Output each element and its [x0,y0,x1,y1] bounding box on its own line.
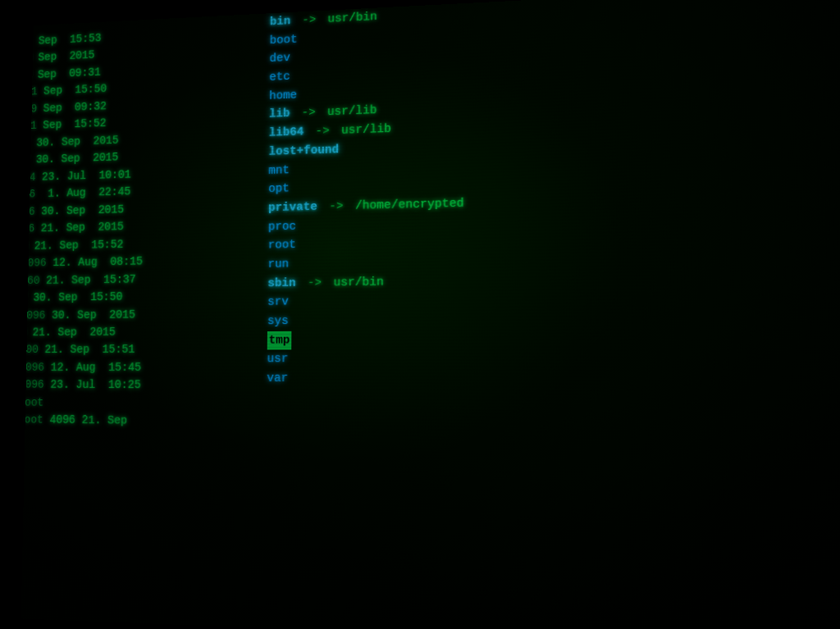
file-num: root [21,394,44,412]
list-item: usr [267,349,840,369]
list-item: sys [267,307,840,330]
dir-name: etc [269,68,290,88]
dir-name: mnt [268,161,290,180]
list-item: 7 30. Sep 15:50 [21,286,260,307]
dir-name: boot [270,30,298,50]
dir-name: lost+found [269,140,340,162]
dir-name: root [268,236,296,256]
link-target: usr/lib [327,102,377,122]
dir-name: home [269,86,297,106]
list-item: root 4096 21. Sep [21,411,259,431]
dir-name: var [267,369,288,388]
link-target: /home/encrypted [355,194,464,216]
list-item: 0 21. Sep 2015 [21,322,260,341]
dir-name: sys [267,312,289,330]
dir-name: private [268,198,317,217]
list-item: root [21,394,259,412]
dir-name: lib64 [269,123,304,143]
left-column: Sep 15:53 0 Sep 2015 9 Sep 09:31 21 Sep … [21,14,262,629]
file-num: 0 [21,324,26,341]
file-num: 4096 [21,358,45,376]
dir-name: usr [267,350,288,369]
terminal-screen: Sep 15:53 0 Sep 2015 9 Sep 09:31 21 Sep … [21,0,840,629]
dir-name-tmp: tmp [267,330,292,349]
dir-name: sbin [267,274,295,294]
link-target: usr/bin [334,272,384,292]
terminal-content: Sep 15:53 0 Sep 2015 9 Sep 09:31 21 Sep … [21,0,840,629]
date-text: 21. Sep 15:51 [39,341,135,359]
dir-name: proc [268,217,296,237]
date-text: 30. Sep 15:50 [26,288,122,306]
file-num: 16 [22,220,35,237]
file-num: 4096 [21,307,46,324]
arrow-icon: -> [295,11,323,30]
dir-name: run [267,255,289,274]
arrow-icon: -> [300,273,329,293]
date-text: Sep 15:52 [37,115,107,134]
dir-name: bin [270,12,290,32]
file-num: root [21,411,43,429]
file-num: 560 [21,271,40,289]
date-text: 21. Sep 2015 [26,323,116,341]
date-text: 12. Aug 08:15 [46,253,143,271]
file-num: 96 [22,203,35,220]
date-text: 21. Sep 15:52 [28,235,124,254]
file-num: 4096 [21,254,47,272]
dir-name: dev [269,49,290,69]
file-num: 21 [24,117,37,134]
list-item: var [267,369,840,390]
date-text: 21. Sep 15:37 [39,271,135,289]
file-num: 7 [21,289,27,307]
date-text: 1. Aug 22:45 [35,183,131,203]
right-column: bin -> usr/bin boot dev etc home lib -> … [257,0,840,629]
list-item: 4096 12. Aug 15:45 [21,358,259,376]
date-text: 23. Jul 10:25 [43,376,140,394]
date-text: 30. Sep 2015 [45,306,135,324]
file-num: 19 [25,100,38,117]
arrow-icon: -> [308,122,336,142]
date-text: 21. Sep 2015 [34,218,124,237]
file-num: 300 [21,341,39,358]
list-item: 4096 23. Jul 10:25 [21,376,259,395]
file-num: 4096 [21,376,44,394]
file-num: 21 [25,84,38,101]
file-num: 0 [25,50,32,67]
file-num: 0 [21,238,28,255]
link-target: usr/bin [327,8,377,30]
file-num: 96 [23,185,36,203]
date-text: 12. Aug 15:45 [44,358,141,376]
list-item: 4096 30. Sep 2015 [21,304,260,324]
file-num: 84 [23,169,36,186]
file-num: 7 [23,152,30,169]
arrow-icon: -> [322,197,351,217]
file-num: 7 [24,134,30,152]
file-num: 9 [25,66,32,84]
link-target: usr/lib [341,120,391,140]
date-text: 4096 21. Sep [43,412,128,430]
date-text: 30. Sep 2015 [34,201,124,221]
dir-name: srv [267,293,289,312]
dir-name: opt [268,180,290,199]
arrow-icon: -> [294,103,322,123]
list-item: tmp [267,328,840,350]
dir-name: lib [269,105,290,125]
list-item: 300 21. Sep 15:51 [21,340,260,358]
